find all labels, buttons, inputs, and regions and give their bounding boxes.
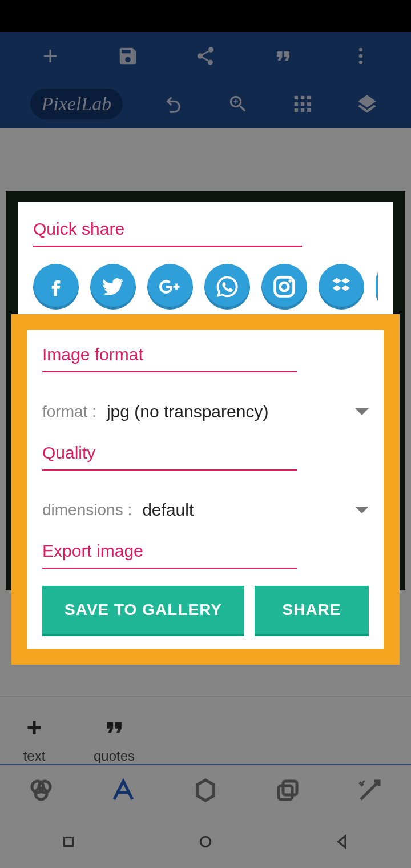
export-section-title: Export image (42, 541, 297, 569)
quickshare-title: Quick share (33, 219, 302, 247)
whatsapp-icon[interactable] (204, 264, 250, 310)
share-button[interactable]: SHARE (255, 586, 369, 634)
chevron-down-icon (355, 507, 369, 513)
format-section-title: Image format (42, 345, 297, 372)
more-share-icon[interactable] (376, 264, 378, 310)
dimensions-label: dimensions : (42, 501, 132, 519)
chevron-down-icon (355, 408, 369, 415)
svg-point-11 (280, 283, 289, 291)
dimensions-dropdown[interactable]: dimensions : default (42, 488, 369, 541)
twitter-icon[interactable] (90, 264, 136, 310)
dimensions-value: default (142, 500, 355, 520)
save-to-gallery-button[interactable]: SAVE TO GALLERY (42, 586, 244, 634)
facebook-icon[interactable] (33, 264, 79, 310)
format-dropdown[interactable]: format : jpg (no transparency) (42, 389, 369, 443)
instagram-icon[interactable] (261, 264, 307, 310)
quickshare-panel: Quick share (18, 202, 393, 332)
quality-section-title: Quality (42, 443, 297, 471)
svg-point-12 (288, 279, 292, 283)
dropbox-icon[interactable] (319, 264, 364, 310)
export-dialog: Image format format : jpg (no transparen… (11, 314, 400, 665)
format-value: jpg (no transparency) (107, 402, 355, 421)
google-plus-icon[interactable] (147, 264, 193, 310)
format-label: format : (42, 403, 96, 421)
